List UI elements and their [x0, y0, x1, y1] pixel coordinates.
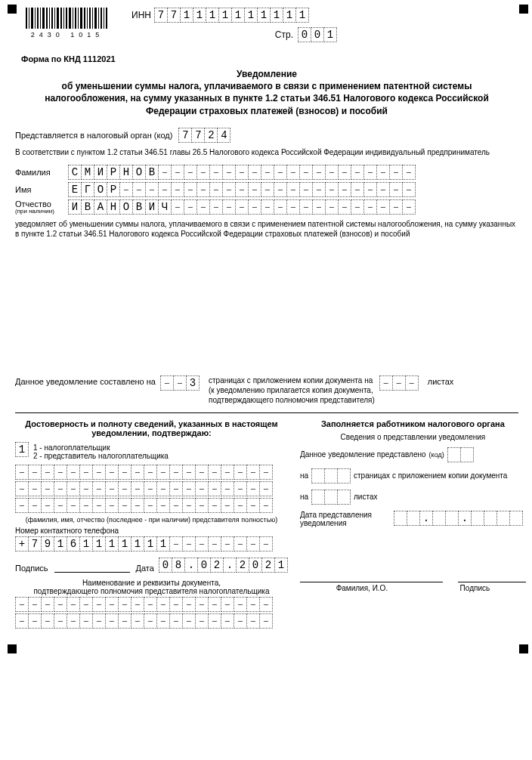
doc-name-title: Наименование и реквизиты документа, подт…: [15, 579, 288, 595]
right-col-title: Заполняется работником налогового органа: [300, 419, 526, 428]
page-label: Стр.: [275, 29, 293, 40]
basis-text: В соответствии с пунктом 1.2 статьи 346.…: [15, 147, 518, 157]
composed-sheets: [379, 375, 419, 391]
notice-text: уведомляет об уменьшении суммы налога, у…: [15, 219, 518, 239]
on-label-1: на: [300, 471, 308, 480]
barcode: 2430 1015: [26, 8, 109, 39]
svg-rect-7: [46, 8, 48, 29]
left-col-title: Достоверность и полноту сведений, указан…: [15, 419, 288, 437]
declarant-code: 1: [15, 442, 29, 457]
svg-rect-16: [73, 8, 73, 29]
pages-count: [311, 468, 351, 483]
patronymic-value: ИВАНОВИЧ: [68, 199, 518, 215]
composed-label: Данное уведомление составлено на: [15, 375, 156, 386]
doc-lines: [15, 597, 288, 629]
svg-rect-28: [106, 8, 107, 29]
fio-line: [300, 573, 443, 582]
svg-rect-5: [40, 8, 41, 29]
sheets-label: листах: [428, 375, 454, 386]
surname-label: Фамилия: [15, 168, 68, 177]
marker-bl: [8, 644, 17, 653]
fio-label: Фамилия, И.О.: [336, 584, 388, 592]
right-col-sub: Сведения о представлении уведомления: [300, 433, 526, 441]
svg-rect-0: [26, 8, 27, 29]
svg-rect-11: [57, 8, 59, 29]
authority-code: 7724: [178, 128, 230, 143]
marker-tl: [8, 5, 17, 14]
svg-rect-10: [54, 8, 55, 29]
sign-label: Подпись: [15, 564, 48, 573]
svg-rect-20: [84, 8, 85, 29]
surname-value: СМИРНОВ: [68, 165, 518, 180]
present-date: [394, 511, 523, 526]
presented-code: [447, 447, 474, 462]
svg-rect-2: [31, 8, 33, 29]
svg-rect-3: [35, 8, 36, 29]
svg-rect-8: [49, 8, 50, 29]
marker-br: [519, 644, 528, 653]
code-label: (код): [429, 451, 444, 459]
inn-value: 771111111111: [154, 8, 309, 23]
sign-line: [54, 563, 130, 573]
sheets-suffix: листах: [354, 493, 377, 501]
rep-note: (фамилия, имя, отчество (последнее - при…: [15, 516, 288, 524]
representative-lines: [15, 465, 288, 513]
marker-tr: [519, 5, 528, 14]
svg-rect-23: [92, 8, 93, 29]
phone-value: +79161111111: [15, 536, 288, 551]
name-label: Имя: [15, 185, 68, 194]
svg-rect-13: [63, 8, 64, 29]
svg-rect-25: [98, 8, 99, 29]
svg-rect-21: [87, 8, 88, 29]
name-value: ЕГОР: [68, 182, 518, 197]
present-date-label: Дата представления уведомления: [300, 511, 391, 527]
inn-label: ИНН: [131, 10, 151, 20]
composed-pages: 3: [160, 375, 200, 391]
page-number: 001: [298, 27, 337, 42]
date-label: Дата: [136, 564, 154, 573]
svg-rect-19: [80, 8, 82, 29]
on-label-2: на: [300, 493, 308, 501]
barcode-number: 2430 1015: [26, 31, 109, 39]
svg-rect-24: [94, 8, 97, 29]
svg-rect-4: [37, 8, 39, 29]
document-title: Уведомление об уменьшении суммы налога, …: [38, 68, 496, 117]
svg-rect-9: [51, 8, 53, 29]
svg-rect-26: [101, 8, 102, 29]
official-sign-line: [458, 573, 526, 582]
form-code: Форма по КНД 1112021: [21, 54, 518, 63]
svg-rect-15: [69, 8, 71, 29]
pages-suffix: страницах с приложением копии документа: [354, 471, 507, 480]
presented-label: Данное уведомление представлено: [300, 450, 426, 459]
sheets-count: [311, 490, 351, 505]
svg-rect-27: [104, 8, 104, 29]
official-sign-label: Подпись: [460, 584, 490, 592]
date-value: 08022021: [159, 558, 288, 573]
declarant-options: 1 - налогоплательщик 2 - представитель н…: [33, 443, 169, 460]
svg-rect-17: [75, 8, 76, 29]
svg-rect-18: [78, 8, 79, 29]
svg-rect-22: [89, 8, 91, 29]
svg-rect-14: [66, 8, 67, 29]
svg-rect-6: [42, 8, 45, 29]
svg-rect-12: [60, 8, 62, 29]
svg-rect-1: [29, 8, 29, 29]
patronymic-label: Отчество (при наличии): [15, 199, 68, 215]
phone-label: Номер контактного телефона: [15, 527, 288, 535]
authority-label: Представляется в налоговый орган (код): [15, 131, 172, 140]
composed-description: страницах с приложением копии документа …: [209, 375, 375, 405]
